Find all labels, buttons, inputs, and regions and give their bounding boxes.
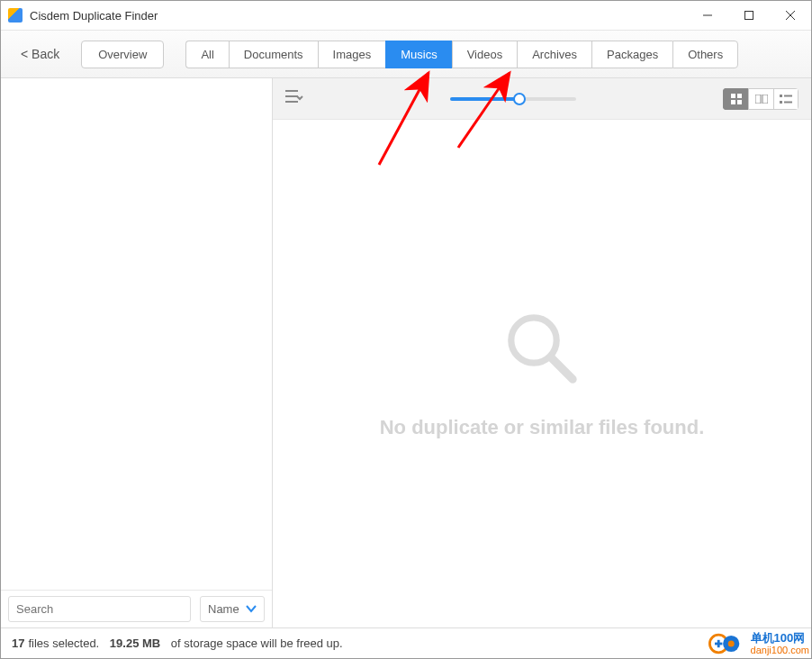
status-size: 19.25 MB [110,636,160,650]
view-mode-group [723,88,798,110]
magnifier-icon [501,308,582,389]
file-list [1,78,272,590]
view-list-button[interactable] [773,88,798,110]
tab-archives[interactable]: Archives [517,41,591,68]
tab-images[interactable]: Images [318,41,386,68]
tab-musics[interactable]: Musics [385,41,451,68]
close-button[interactable] [770,1,811,30]
right-pane: No duplicate or similar files found. [273,78,811,627]
svg-point-23 [727,641,734,647]
sort-dropdown[interactable]: Name [200,596,265,622]
svg-rect-10 [737,100,742,104]
toolbar: < Back Overview All Documents Images Mus… [1,30,811,78]
watermark-cn: 单机100网 [751,632,809,645]
svg-line-18 [552,358,573,379]
app-icon [8,8,23,23]
tab-packages[interactable]: Packages [591,41,672,68]
right-toolbar [273,78,811,120]
window-controls [687,1,811,30]
view-grid-button[interactable] [723,88,748,110]
chevron-down-icon [246,602,257,616]
search-input[interactable] [8,596,191,622]
view-columns-button[interactable] [748,88,773,110]
status-text-1: files selected. [28,636,99,650]
sort-icon[interactable] [285,89,303,108]
svg-rect-7 [731,94,735,98]
maximize-button[interactable] [728,1,770,30]
slider-fill [450,97,519,101]
tab-all[interactable]: All [185,41,228,68]
category-tabs: All Documents Images Musics Videos Archi… [185,41,738,68]
svg-rect-1 [745,12,753,20]
right-content: No duplicate or similar files found. [273,120,811,627]
svg-rect-9 [731,100,735,104]
watermark-url: danji100.com [751,645,809,655]
main-area: Name [1,78,811,627]
window-title: Cisdem Duplicate Finder [30,9,158,23]
minimize-button[interactable] [687,1,728,30]
watermark: lete 单机100网 danji100.com [708,631,809,656]
zoom-slider-wrap [303,97,723,101]
tab-documents[interactable]: Documents [229,41,318,68]
watermark-text: 单机100网 danji100.com [751,632,809,655]
svg-text:lete: lete [723,651,731,656]
sort-label: Name [208,602,239,616]
svg-rect-15 [780,101,782,104]
tab-others[interactable]: Others [672,41,738,68]
svg-rect-13 [780,95,782,97]
tab-videos[interactable]: Videos [452,41,518,68]
back-button[interactable]: < Back [17,41,63,67]
slider-thumb[interactable] [513,93,526,105]
status-count: 17 [12,636,24,650]
left-footer: Name [1,590,272,627]
left-pane: Name [1,78,273,627]
overview-button[interactable]: Overview [81,41,164,68]
empty-message: No duplicate or similar files found. [380,416,705,439]
titlebar: Cisdem Duplicate Finder [1,1,811,30]
zoom-slider[interactable] [450,97,576,101]
svg-rect-12 [762,95,768,104]
status-text-2: of storage space will be freed up. [171,636,343,650]
watermark-logo: lete [708,631,747,656]
status-bar: 17 files selected. 19.25 MB of storage s… [1,627,811,658]
svg-rect-8 [737,94,742,98]
svg-rect-11 [755,95,761,104]
